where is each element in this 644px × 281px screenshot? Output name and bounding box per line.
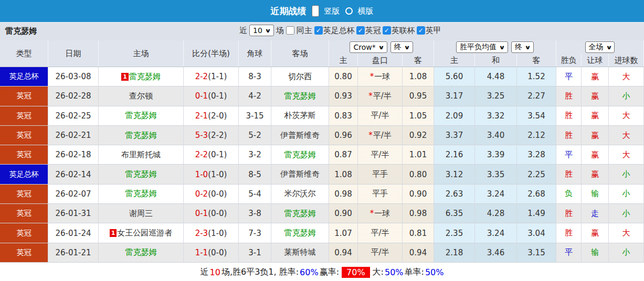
avg-draw-cell: 3.24 — [475, 223, 517, 243]
league-label-0[interactable]: 英足总杯 — [323, 26, 355, 36]
score-cell: 0-1(0-0) — [184, 204, 239, 223]
avg-home-cell: 2.18 — [434, 243, 475, 263]
score-cell: 2-2(0-1) — [184, 145, 239, 165]
result-handicap-cell: 赢 — [582, 145, 609, 165]
half-score: (0-1) — [208, 150, 227, 159]
result-wdl-cell: 胜 — [556, 223, 582, 243]
result-wdl-cell: 胜 — [556, 126, 582, 145]
home-team-cell: 雷克瑟姆 — [99, 165, 184, 184]
same-venue-label[interactable]: 同主 — [297, 26, 312, 36]
corners-cell: 4-2 — [239, 87, 271, 106]
league-checkbox-2[interactable]: ✓ — [383, 26, 391, 35]
league-checkbox-3[interactable]: ✓ — [417, 26, 425, 35]
avg-away-cell: 3.15 — [517, 243, 556, 263]
vertical-layout-radio[interactable] — [312, 5, 319, 17]
col-header-corner: 角球 — [239, 40, 271, 67]
chevron-down-icon: ∨ — [265, 27, 271, 34]
result-handicap-cell: 赢 — [582, 67, 609, 87]
corners-cell: 3-15 — [239, 106, 271, 126]
league-checkbox-0[interactable]: ✓ — [314, 26, 323, 35]
avg-home-cell: 2.16 — [434, 145, 475, 165]
result-handicap: 赢 — [591, 150, 599, 160]
home-team-name: 雷克瑟姆 — [129, 72, 161, 82]
horizontal-layout-radio[interactable] — [345, 7, 353, 15]
corners-cell: 3-2 — [239, 145, 271, 165]
bookmaker-select[interactable]: Crow*∨ — [350, 41, 387, 53]
league-label-3[interactable]: 英甲 — [426, 26, 441, 36]
handicap-line-cell: *平/半 — [358, 126, 403, 145]
footer-part-4: 赢率: — [320, 267, 339, 278]
footer-part-5: 70% — [342, 267, 370, 278]
league-checkbox-1[interactable]: ✓ — [356, 26, 365, 35]
result-goals: 小 — [622, 209, 630, 219]
odds-away-cell: 0.95 — [403, 87, 434, 106]
type-cell: 英冠 — [0, 204, 48, 223]
league-label-1[interactable]: 英冠 — [365, 26, 381, 36]
avg-time-select[interactable]: 终∨ — [511, 41, 534, 53]
col-header-score: 比分(半场) — [184, 40, 239, 67]
home-team-name: 谢周三 — [129, 209, 153, 219]
handicap-line: 一球 — [374, 72, 390, 82]
odds-home-cell: 0.93 — [329, 87, 358, 106]
odds-time-select[interactable]: 终∨ — [390, 41, 413, 53]
vertical-layout-label[interactable]: 竖版 — [324, 6, 340, 16]
date-cell: 26-02-07 — [48, 185, 99, 204]
avg-type-select[interactable]: 胜平负均值∨ — [456, 41, 508, 53]
home-team-cell: 布里斯托城 — [99, 145, 184, 165]
full-score: 2-2 — [195, 72, 208, 81]
away-team-name: 雷克瑟姆 — [284, 209, 316, 219]
home-team-cell: 雷克瑟姆 — [99, 126, 184, 145]
avg-draw-cell: 3.40 — [475, 126, 517, 145]
score-cell: 5-3(2-2) — [184, 126, 239, 145]
type-cell: 英冠 — [0, 223, 48, 243]
result-handicap-cell: 赢 — [582, 87, 609, 106]
avg-draw-cell: 3.39 — [475, 145, 517, 165]
result-handicap: 赢 — [591, 91, 599, 101]
away-team-cell: 莱斯特城 — [271, 243, 329, 263]
home-team-name: 雷克瑟姆 — [125, 169, 157, 179]
handicap-line-cell: 平/半 — [358, 106, 403, 126]
col-header-away: 客场 — [271, 40, 329, 67]
score-cell: 2-2(1-1) — [184, 67, 239, 87]
type-cell: 英冠 — [0, 87, 48, 106]
score-cell: 0-1(0-1) — [184, 87, 239, 106]
avg-away-cell: 2.25 — [517, 165, 556, 184]
result-goals: 大 — [622, 150, 630, 160]
home-team-cell: 雷克瑟姆 — [99, 185, 184, 204]
horizontal-layout-label[interactable]: 横版 — [358, 6, 374, 16]
type-cell: 英冠 — [0, 185, 48, 204]
away-team-cell: 伊普斯维奇 — [271, 165, 329, 184]
full-score: 1-0 — [195, 170, 208, 179]
same-venue-checkbox[interactable] — [286, 26, 294, 35]
handicap-line-cell: *一球 — [358, 67, 403, 87]
home-team-cell: 谢周三 — [99, 204, 184, 223]
odds-away-cell: 0.94 — [403, 243, 434, 263]
odds-away-cell: 0.80 — [403, 165, 434, 184]
avg-draw-cell: 4.48 — [475, 67, 517, 87]
result-handicap-cell: 输 — [582, 243, 609, 263]
score-cell: 2-3(1-0) — [184, 223, 239, 243]
result-handicap-cell: 赢 — [582, 223, 609, 243]
result-goals-cell: 大 — [609, 106, 644, 126]
half-score: (0-1) — [208, 91, 227, 101]
handicap-line: 平/半 — [371, 150, 389, 160]
footer-part-3: 60% — [300, 267, 319, 277]
col-header-home: 主场 — [99, 40, 184, 67]
avg-away-cell: 1.49 — [517, 204, 556, 223]
league-label-2[interactable]: 英联杯 — [392, 26, 415, 36]
recent-label: 近 — [239, 26, 247, 36]
scope-select[interactable]: 全场∨ — [585, 41, 615, 53]
odds-away-cell: 0.92 — [403, 126, 434, 145]
home-team-cell: 1雷克瑟姆 — [99, 67, 184, 87]
avg-away-cell: 2.27 — [517, 87, 556, 106]
star-icon: * — [368, 131, 373, 140]
home-team-name: 查尔顿 — [129, 91, 153, 101]
result-wdl-cell: 平 — [556, 243, 582, 263]
result-wdl: 平 — [565, 247, 573, 257]
away-team-cell: 雷克瑟姆 — [271, 145, 329, 165]
result-goals-cell: 小 — [609, 87, 644, 106]
scope-select-strip: 全场∨ — [556, 40, 644, 54]
score-cell: 1-0(1-0) — [184, 165, 239, 184]
odds-away-cell: 1.08 — [403, 67, 434, 87]
recent-count-select[interactable]: 10∨ — [249, 25, 274, 36]
